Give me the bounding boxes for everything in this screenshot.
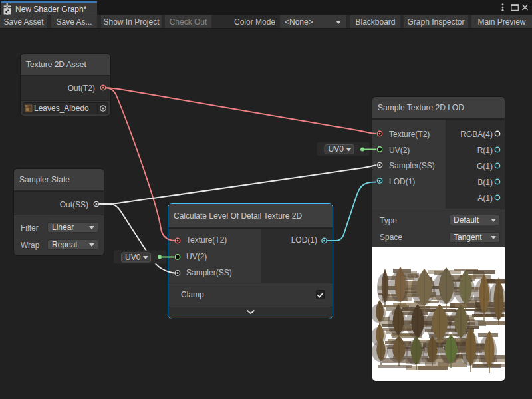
svg-text:UV0: UV0 xyxy=(125,253,141,262)
svg-text:UV0: UV0 xyxy=(329,144,344,154)
